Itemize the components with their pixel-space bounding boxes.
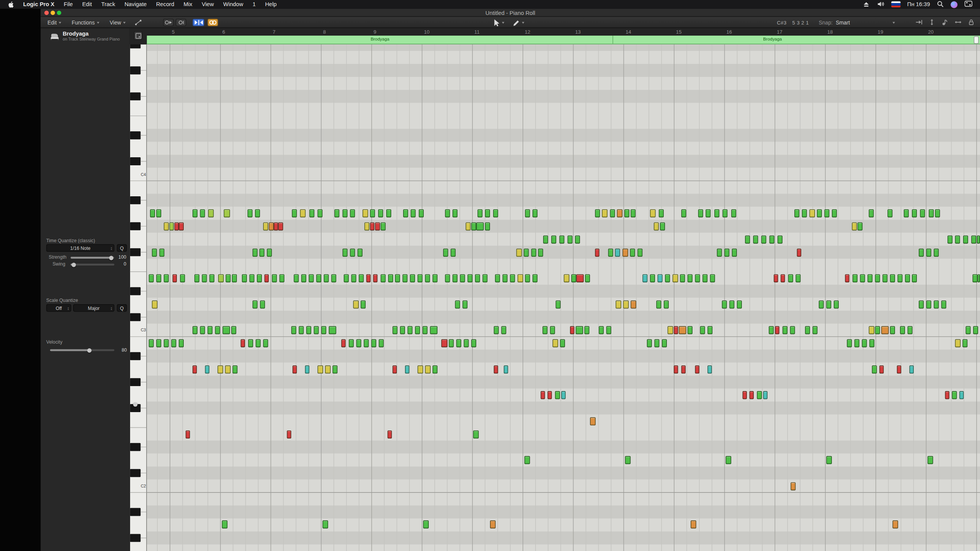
snap-select[interactable]: Snap: Smart [819,19,895,26]
midi-note[interactable] [879,365,884,373]
midi-note[interactable] [467,274,472,282]
midi-note[interactable] [473,430,479,438]
midi-note[interactable] [955,339,961,347]
midi-note[interactable] [656,300,661,308]
midi-note[interactable] [717,248,722,256]
midi-note[interactable] [433,365,438,373]
midi-note[interactable] [630,300,636,308]
midi-note[interactable] [265,274,269,282]
midi-note[interactable] [681,209,686,217]
midi-note[interactable] [625,456,631,464]
menu-item-file[interactable]: File [64,1,73,7]
midi-note[interactable] [524,248,529,256]
midi-note[interactable] [164,274,169,282]
midi-note[interactable] [193,326,198,334]
midi-note[interactable] [224,209,230,217]
midi-note[interactable] [722,300,727,308]
midi-note[interactable] [972,274,977,282]
midi-note[interactable] [425,365,431,373]
midi-note[interactable] [852,222,857,230]
midi-note[interactable] [702,274,707,282]
midi-note[interactable] [260,248,265,256]
midi-note[interactable] [267,248,272,256]
slider-knob[interactable] [87,348,91,352]
pointer-tool-button[interactable] [493,18,505,26]
region-lane[interactable]: BrodyagaBrodyaga [147,36,980,44]
midi-note[interactable] [269,222,274,230]
midi-note[interactable] [309,209,314,217]
midi-note[interactable] [525,209,530,217]
midi-note[interactable] [782,326,787,334]
midi-note[interactable] [485,209,490,217]
midi-note[interactable] [887,209,892,217]
midi-note[interactable] [242,274,247,282]
midi-note[interactable] [378,209,383,217]
midi-note[interactable] [977,235,980,243]
edit-menu[interactable]: Edit [47,20,61,26]
midi-note[interactable] [726,456,732,464]
midi-note[interactable] [180,274,185,282]
midi-note[interactable] [564,274,570,282]
note-event-button[interactable] [941,17,949,28]
midi-note[interactable] [555,300,560,308]
piano-keyboard[interactable]: C4C3C2 [130,44,147,551]
midi-note[interactable] [745,235,750,243]
midi-note[interactable] [897,365,901,373]
midi-note[interactable] [737,300,742,308]
midi-note[interactable] [471,222,476,230]
scale-quantize-root-select[interactable]: Off ↕ [46,304,71,312]
midi-note[interactable] [494,365,498,373]
midi-note[interactable] [945,391,949,399]
midi-note[interactable] [423,326,428,334]
midi-note[interactable] [881,326,889,334]
midi-note[interactable] [826,456,832,464]
time-quantize-select[interactable]: 1/16 Note ↕ [46,244,114,252]
midi-note[interactable] [567,235,572,243]
midi-note[interactable] [232,274,237,282]
midi-note[interactable] [490,520,496,528]
horizontal-zoom-button[interactable] [954,17,962,28]
midi-note[interactable] [405,365,409,373]
midi-note[interactable] [753,235,758,243]
midi-note[interactable] [817,209,822,217]
midi-note[interactable] [934,248,939,256]
midi-note[interactable] [415,326,420,334]
midi-note[interactable] [379,339,384,347]
midi-note[interactable] [912,274,917,282]
midi-note[interactable] [642,274,647,282]
midi-note[interactable] [193,209,198,217]
midi-note[interactable] [757,391,762,399]
midi-note[interactable] [364,222,369,230]
midi-note[interactable] [419,209,424,217]
midi-note[interactable] [272,274,277,282]
midi-note[interactable] [890,274,895,282]
midi-note[interactable] [965,326,970,334]
midi-note[interactable] [321,326,326,334]
midi-note[interactable] [809,209,815,217]
midi-note[interactable] [743,391,747,399]
midi-note[interactable] [794,209,799,217]
midi-note[interactable] [156,209,161,217]
midi-note[interactable] [301,274,306,282]
midi-note[interactable] [333,365,338,373]
midi-note[interactable] [714,209,719,217]
functions-menu[interactable]: Functions [72,20,99,26]
midi-note[interactable] [370,209,375,217]
midi-note[interactable] [550,326,555,334]
midi-note[interactable] [637,248,642,256]
midi-note[interactable] [217,365,223,373]
midi-note[interactable] [441,339,448,347]
midi-note[interactable] [559,235,564,243]
midi-note[interactable] [606,326,611,334]
midi-note[interactable] [654,339,659,347]
midi-note[interactable] [560,339,565,347]
midi-note[interactable] [706,209,710,217]
midi-note[interactable] [423,520,429,528]
midi-note[interactable] [495,274,500,282]
midi-note[interactable] [164,222,169,230]
link-button[interactable] [207,19,218,26]
midi-note[interactable] [375,222,380,230]
midi-note[interactable] [532,274,537,282]
midi-note[interactable] [314,326,319,334]
strength-slider[interactable] [70,257,114,259]
